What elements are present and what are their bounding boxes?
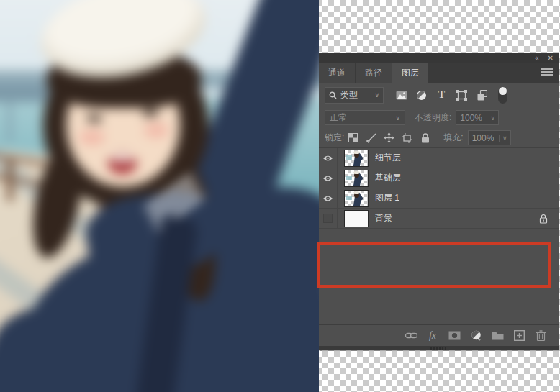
opacity-label: 不透明度: <box>415 111 451 124</box>
opacity-value: 100% <box>456 113 487 123</box>
visibility-toggle[interactable] <box>319 188 338 208</box>
smart-object-filter-icon[interactable] <box>475 88 489 102</box>
red-highlight-rectangle <box>317 242 551 288</box>
layer-thumbnail[interactable] <box>344 210 369 227</box>
photo-girl-cheek <box>144 122 168 138</box>
layer-thumbnail[interactable] <box>344 170 369 187</box>
panel-menu-icon[interactable] <box>541 68 553 77</box>
add-layer-mask-icon[interactable] <box>448 329 461 342</box>
new-adjustment-layer-icon[interactable] <box>469 329 482 342</box>
chevron-down-icon: ∨ <box>487 114 498 122</box>
visibility-toggle[interactable] <box>319 148 338 168</box>
tab-layers[interactable]: 图层 <box>392 63 428 83</box>
layer-list: 细节层 基础层 图层 1 <box>319 148 559 324</box>
new-layer-icon[interactable] <box>512 329 525 342</box>
photo-art <box>0 0 319 392</box>
tab-paths[interactable]: 路径 <box>356 63 392 83</box>
search-icon <box>329 91 337 99</box>
delete-layer-trash-icon[interactable] <box>534 329 547 342</box>
layer-name: 背景 <box>375 212 392 224</box>
blend-mode-row: 正常 ∨ 不透明度: 100% ∨ <box>319 107 559 128</box>
blend-mode-select[interactable]: 正常 ∨ <box>325 110 405 125</box>
adjustment-layer-filter-icon[interactable] <box>415 88 428 102</box>
layer-row-base[interactable]: 基础层 <box>319 168 559 188</box>
photo-girl-teeth <box>111 154 134 162</box>
layer-row-layer1[interactable]: 图层 1 <box>319 188 559 209</box>
chevron-down-icon: ∨ <box>395 114 400 122</box>
shape-layer-filter-icon[interactable] <box>455 88 469 102</box>
layer-thumbnail[interactable] <box>344 150 369 167</box>
chevron-down-icon: ∨ <box>499 135 510 142</box>
fill-value: 100% <box>469 133 499 143</box>
layer-row-background[interactable]: 背景 <box>319 209 559 229</box>
lock-artboard-icon[interactable] <box>401 132 413 144</box>
panel-bottom-toolbar: fx <box>319 324 559 346</box>
new-group-folder-icon[interactable] <box>491 329 504 342</box>
close-panel-icon[interactable]: ✕ <box>548 55 554 62</box>
photo-bridge-leg <box>7 99 12 142</box>
eye-icon <box>322 155 333 162</box>
layer-thumbnail[interactable] <box>344 190 369 207</box>
tab-channels[interactable]: 通道 <box>319 63 355 83</box>
transparent-workspace-checkerboard: « ✕ 通道 路径 图层 类型 ∨ <box>0 0 560 392</box>
opacity-field[interactable]: 100% ∨ <box>456 110 499 125</box>
lock-image-pixels-brush-icon[interactable] <box>365 132 377 144</box>
document-canvas-photo[interactable] <box>0 0 319 392</box>
panel-resize-strip <box>319 346 559 350</box>
collapse-panel-icon[interactable]: « <box>535 55 539 62</box>
lock-label: 锁定: <box>325 132 344 144</box>
type-layer-filter-icon[interactable]: T <box>435 88 448 102</box>
panel-resize-grip[interactable] <box>430 347 448 350</box>
lock-row: 锁定: 填充: 100% <box>319 128 559 148</box>
fill-field[interactable]: 100% ∨ <box>468 130 511 145</box>
lock-position-move-icon[interactable] <box>383 132 395 144</box>
layer-locked-padlock-icon <box>539 214 548 224</box>
lock-transparent-pixels-icon[interactable] <box>347 132 359 144</box>
filter-icons: T <box>394 87 507 104</box>
visibility-toggle[interactable] <box>319 209 338 228</box>
layer-filter-row: 类型 ∨ T <box>319 83 559 107</box>
layer-style-fx-icon[interactable]: fx <box>426 329 439 342</box>
eye-icon <box>322 175 333 182</box>
layer-name: 基础层 <box>375 172 401 184</box>
eye-icon <box>322 195 333 202</box>
filter-type-label: 类型 <box>340 89 358 101</box>
panel-tab-strip: 通道 路径 图层 <box>319 63 559 83</box>
fill-label: 填充: <box>443 132 463 144</box>
layer-name: 细节层 <box>375 152 401 164</box>
layers-panel: « ✕ 通道 路径 图层 类型 ∨ <box>319 53 559 350</box>
layer-row-detail[interactable]: 细节层 <box>319 148 559 168</box>
layer-name: 图层 1 <box>375 192 399 204</box>
chevron-down-icon: ∨ <box>374 91 379 99</box>
photo-girl-cheek <box>79 129 105 145</box>
lock-icons <box>347 132 431 144</box>
hidden-visibility-box <box>323 214 333 223</box>
blend-mode-value: 正常 <box>330 111 347 124</box>
link-layers-icon[interactable] <box>405 329 417 342</box>
panel-header-bar: « ✕ <box>319 53 559 63</box>
visibility-toggle[interactable] <box>319 168 338 188</box>
pixel-layer-filter-icon[interactable] <box>394 88 408 102</box>
filter-type-dropdown[interactable]: 类型 ∨ <box>325 87 384 104</box>
lock-all-padlock-icon[interactable] <box>419 132 431 144</box>
photo-railing-post <box>7 160 13 201</box>
filter-toggle-icon[interactable] <box>498 87 507 104</box>
